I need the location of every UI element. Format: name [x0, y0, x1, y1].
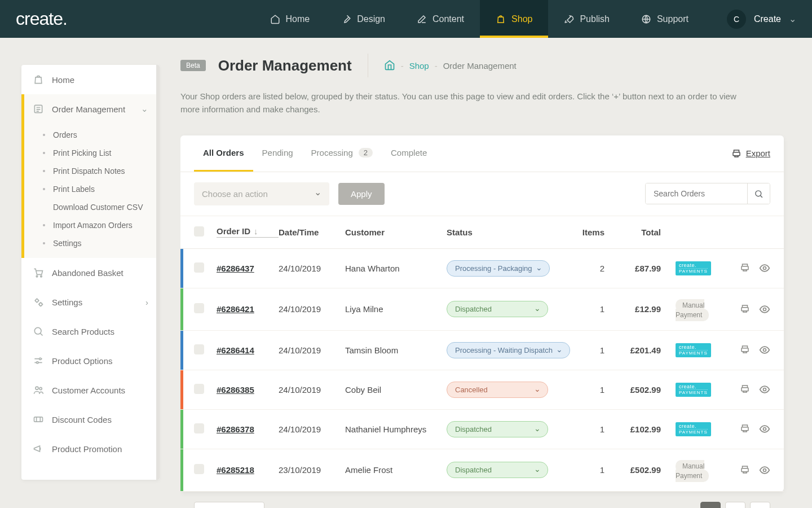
- sidebar: HomeOrder Management⌄OrdersPrint Picking…: [21, 65, 160, 480]
- eye-icon[interactable]: [759, 465, 770, 476]
- sidebar-subitem-print-dispatch-notes[interactable]: Print Dispatch Notes: [21, 162, 160, 180]
- sidebar-subitem-orders[interactable]: Orders: [21, 126, 160, 144]
- order-id-link[interactable]: #6286378: [217, 424, 254, 434]
- sidebar-item-abandoned-basket[interactable]: Abandoned Basket: [21, 258, 160, 287]
- row-checkbox[interactable]: [194, 344, 204, 354]
- sidebar-item-customer-accounts[interactable]: Customer Accounts: [21, 375, 160, 405]
- status-select[interactable]: Dispatched: [447, 462, 548, 478]
- row-checkbox[interactable]: [194, 464, 204, 474]
- svg-point-3: [41, 275, 42, 277]
- col-date[interactable]: Date/Time: [279, 227, 345, 237]
- breadcrumb-shop[interactable]: Shop: [409, 61, 429, 71]
- eye-icon[interactable]: [759, 304, 770, 315]
- eye-icon[interactable]: [759, 262, 770, 274]
- search: [645, 183, 770, 204]
- row-checkbox[interactable]: [194, 384, 204, 394]
- svg-rect-24: [742, 468, 748, 471]
- nav-home[interactable]: Home: [254, 0, 326, 38]
- status-select[interactable]: Processing - Waiting Dispatch: [447, 342, 570, 358]
- page-1[interactable]: 1: [700, 502, 721, 509]
- tab-processing[interactable]: Processing2: [302, 135, 382, 172]
- order-id-link[interactable]: #6285218: [217, 465, 254, 475]
- list-icon: [33, 103, 44, 115]
- sidebar-subitem-print-picking-list[interactable]: Print Picking List: [21, 144, 160, 162]
- print-icon[interactable]: [740, 304, 750, 314]
- order-date: 23/10/2019: [279, 465, 345, 475]
- col-items[interactable]: Items: [571, 227, 604, 237]
- sidebar-item-settings[interactable]: Settings›: [21, 287, 160, 317]
- order-date: 24/10/2019: [279, 385, 345, 395]
- order-total: £102.99: [604, 424, 661, 434]
- order-id-link[interactable]: #6286421: [217, 304, 254, 314]
- sidebar-item-discount-codes[interactable]: Discount Codes: [21, 405, 160, 434]
- sidebar-item-product-promotion[interactable]: Product Promotion: [21, 434, 160, 463]
- print-icon[interactable]: [740, 423, 750, 433]
- sidebar-subitem-import-amazon-orders[interactable]: Import Amazon Orders: [21, 216, 160, 234]
- order-id-link[interactable]: #6286385: [217, 385, 254, 395]
- order-id-link[interactable]: #6286414: [217, 345, 254, 355]
- svg-point-25: [764, 468, 766, 471]
- row-checkbox[interactable]: [194, 423, 204, 433]
- page-next[interactable]: ›: [750, 502, 770, 509]
- print-icon[interactable]: [740, 344, 750, 354]
- nav-design[interactable]: Design: [325, 0, 401, 38]
- sidebar-item-search-products[interactable]: Search Products: [21, 317, 160, 346]
- eye-icon[interactable]: [759, 384, 770, 395]
- sidebar-subitem-download-customer-csv[interactable]: Download Customer CSV: [21, 198, 160, 216]
- filters: Choose an action Apply: [180, 172, 784, 216]
- eye-icon[interactable]: [759, 423, 770, 435]
- nav-content[interactable]: Content: [401, 0, 480, 38]
- eye-icon[interactable]: [759, 344, 770, 356]
- globe-icon: [641, 14, 651, 24]
- print-icon[interactable]: [740, 465, 750, 475]
- status-select[interactable]: Processing - Packaging: [447, 260, 550, 277]
- sidebar-item-home[interactable]: Home: [21, 65, 160, 94]
- select-all-checkbox[interactable]: [194, 226, 204, 237]
- table-row: #628637824/10/2019Nathaniel HumphreysDis…: [180, 410, 784, 449]
- col-order-id[interactable]: Order ID↓: [217, 226, 279, 238]
- print-icon[interactable]: [740, 384, 750, 394]
- svg-point-7: [39, 358, 41, 360]
- home-icon: [270, 14, 280, 24]
- col-status[interactable]: Status: [447, 227, 571, 237]
- per-page-select[interactable]: 25 per page: [194, 502, 264, 509]
- status-stripe: [180, 331, 183, 370]
- nav-support[interactable]: Support: [625, 0, 704, 38]
- tab-badge: 2: [359, 148, 373, 157]
- payment-badge-create: create.PAYMENTS: [676, 261, 711, 275]
- sidebar-item-product-options[interactable]: Product Options: [21, 346, 160, 375]
- tab-complete[interactable]: Complete: [382, 135, 436, 172]
- tab-pending[interactable]: Pending: [253, 135, 302, 172]
- status-select[interactable]: Cancelled: [447, 382, 548, 398]
- tabs: All OrdersPendingProcessing2Complete Exp…: [180, 135, 784, 172]
- nav-publish[interactable]: Publish: [548, 0, 625, 38]
- megaphone-icon: [33, 443, 44, 454]
- search-input[interactable]: [646, 183, 747, 204]
- col-customer[interactable]: Customer: [345, 227, 447, 237]
- status-select[interactable]: Dispatched: [447, 301, 548, 317]
- edit-icon: [417, 14, 427, 24]
- order-id-link[interactable]: #6286437: [217, 264, 254, 273]
- sidebar-subitem-print-labels[interactable]: Print Labels: [21, 180, 160, 198]
- row-checkbox[interactable]: [194, 303, 204, 313]
- status-select[interactable]: Dispatched: [447, 421, 548, 437]
- svg-point-17: [764, 308, 766, 310]
- apply-button[interactable]: Apply: [338, 183, 385, 205]
- sidebar-subitem-settings[interactable]: Settings: [21, 234, 160, 252]
- tab-all-orders[interactable]: All Orders: [194, 135, 253, 172]
- page-prev[interactable]: ‹: [725, 502, 745, 509]
- row-checkbox[interactable]: [194, 262, 204, 273]
- search-icon: [33, 326, 44, 337]
- bulk-action-select[interactable]: Choose an action: [194, 182, 329, 205]
- nav-shop[interactable]: Shop: [480, 0, 548, 38]
- search-button[interactable]: [747, 183, 770, 204]
- export-link[interactable]: Export: [731, 148, 770, 159]
- home-icon[interactable]: [384, 59, 395, 72]
- export-label: Export: [746, 148, 770, 158]
- user-menu[interactable]: C Create ⌄: [727, 10, 796, 29]
- col-total[interactable]: Total: [604, 227, 661, 237]
- print-icon[interactable]: [740, 262, 750, 273]
- sidebar-item-order-management[interactable]: Order Management⌄: [21, 94, 160, 124]
- status-stripe: [180, 449, 183, 491]
- svg-point-21: [764, 388, 766, 391]
